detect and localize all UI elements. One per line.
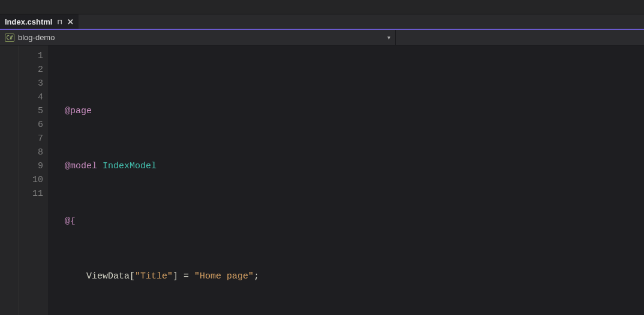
line-number: 11 — [19, 187, 43, 201]
code-token: ; — [254, 271, 259, 281]
top-toolbar-strip — [0, 0, 644, 14]
line-number: 7 — [19, 132, 43, 146]
line-number: 2 — [19, 63, 43, 77]
line-number-gutter: 1 2 3 4 5 6 7 8 9 10 11 — [19, 46, 48, 315]
line-number: 8 — [19, 146, 43, 159]
csharp-icon: C# — [5, 34, 14, 42]
code-area[interactable]: @page @model IndexModel @{ ViewData["Tit… — [48, 46, 644, 315]
line-number: 9 — [19, 159, 43, 173]
code-token: @model — [65, 161, 103, 171]
line-number: 4 — [19, 90, 43, 104]
gutter-margin — [0, 46, 19, 315]
line-number: 10 — [19, 173, 43, 187]
code-token: @{ — [65, 216, 76, 226]
code-line: ViewData["Title"] = "Home page"; — [48, 269, 644, 283]
code-line: @page — [48, 104, 644, 118]
code-token: "Title" — [135, 271, 173, 281]
code-line: @model IndexModel — [48, 159, 644, 173]
code-token: "Home page" — [194, 271, 254, 281]
code-token: = — [178, 271, 194, 281]
code-token: IndexModel — [103, 161, 157, 171]
pin-icon[interactable]: ⊓ — [57, 18, 62, 26]
project-dropdown[interactable]: C# blog-demo ▾ — [0, 30, 396, 45]
close-icon[interactable]: ✕ — [67, 17, 74, 26]
chevron-down-icon: ▾ — [387, 34, 390, 41]
line-number: 5 — [19, 104, 43, 118]
code-line: @{ — [48, 214, 644, 228]
document-tab[interactable]: Index.cshtml ⊓ ✕ — [0, 14, 79, 29]
code-token: ] — [173, 271, 178, 281]
code-token: @page — [65, 106, 92, 116]
tab-filename: Index.cshtml — [5, 17, 52, 26]
project-name: blog-demo — [18, 33, 55, 42]
breadcrumb-bar: C# blog-demo ▾ — [0, 30, 644, 46]
line-number: 6 — [19, 118, 43, 132]
line-number: 3 — [19, 77, 43, 90]
code-token: [ — [130, 271, 135, 281]
tab-bar: Index.cshtml ⊓ ✕ — [0, 14, 644, 30]
line-number: 1 — [19, 49, 43, 63]
code-token: ViewData — [86, 271, 130, 281]
editor: 1 2 3 4 5 6 7 8 9 10 11 @page @model Ind… — [0, 46, 644, 315]
